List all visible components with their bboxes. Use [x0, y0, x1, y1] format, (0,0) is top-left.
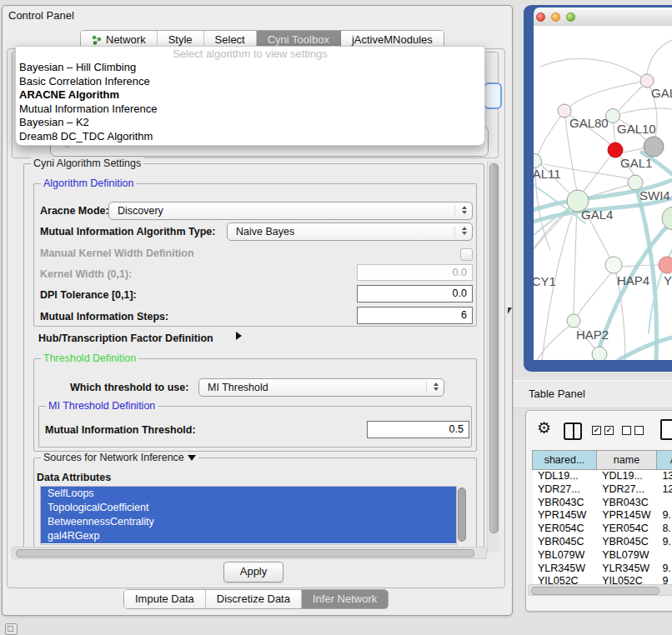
- stepper-arrows-icon: [462, 206, 467, 214]
- select-all-icon[interactable]: ✓✓: [592, 426, 614, 435]
- table-cell: [657, 549, 672, 562]
- table-cell: YPR145W: [597, 509, 657, 522]
- data-attributes-label: Data Attributes: [37, 472, 111, 483]
- node-right-node[interactable]: [662, 207, 672, 230]
- table-row[interactable]: YBL079WYBL079W: [533, 549, 672, 562]
- dropdown-item-basic-correlation-inference[interactable]: Basic Correlation Inference: [16, 75, 484, 89]
- node-label-gal10: GAL10: [617, 122, 656, 136]
- attribute-item-betweennesscentrality[interactable]: BetweennessCentrality: [41, 515, 456, 529]
- table-horizontal-scrollbar[interactable]: [528, 584, 672, 596]
- table-cell: YLR345W: [533, 562, 597, 576]
- tab-discretize-data[interactable]: Discretize Data: [206, 590, 302, 608]
- tab-label: Discretize Data: [217, 590, 290, 608]
- kernel-width-field[interactable]: 0.0: [357, 264, 473, 281]
- close-traffic-light-icon[interactable]: [536, 12, 545, 22]
- table-panel-title: Table Panel: [529, 388, 585, 400]
- table-cell: YPR145W: [533, 509, 597, 522]
- column-header-a[interactable]: A: [656, 450, 672, 470]
- aracne-mode-value: Discovery: [118, 205, 163, 217]
- manual-kernel-checkbox[interactable]: [460, 248, 473, 261]
- dropdown-item-bayesian-k2[interactable]: Bayesian – K2: [16, 116, 484, 130]
- node-label-gal1: GAL1: [620, 156, 652, 170]
- node-y-node[interactable]: [659, 257, 672, 273]
- table-row[interactable]: YDL19...YDL19...13: [533, 470, 672, 483]
- group-title: MI Threshold Definition: [46, 400, 158, 412]
- table-row[interactable]: YBR043CYBR043C: [533, 497, 672, 510]
- page-icon[interactable]: [660, 419, 672, 440]
- algorithm-dropdown-list: Select algorithm to view settings Bayesi…: [15, 46, 485, 146]
- node-hap2[interactable]: [567, 314, 580, 328]
- table-cell: YBR043C: [597, 497, 657, 510]
- settings-horizontal-scrollbar[interactable]: [12, 547, 487, 559]
- settings-vertical-scrollbar[interactable]: [487, 161, 499, 552]
- network-edge: [578, 272, 611, 315]
- apply-button[interactable]: Apply: [223, 562, 283, 582]
- network-edge: [613, 108, 672, 116]
- table-cell: YDR27...: [597, 483, 657, 497]
- mi-steps-field[interactable]: 6: [357, 307, 473, 324]
- dpi-tolerance-field[interactable]: 0.0: [357, 285, 473, 302]
- dropdown-item-dream8-dc-tdc-algorithm[interactable]: Dream8 DC_TDC Algorithm: [16, 130, 484, 144]
- group-title: Algorithm Definition: [41, 178, 136, 189]
- table-row[interactable]: YLR345WYLR345W9.: [533, 562, 672, 576]
- scrollbar-thumb[interactable]: [458, 488, 466, 542]
- minimize-traffic-light-icon[interactable]: [551, 12, 560, 22]
- tab-impute-data[interactable]: Impute Data: [124, 590, 206, 608]
- table-cell: 12: [657, 483, 672, 497]
- split-view-icon[interactable]: [564, 422, 582, 440]
- node-gray-node[interactable]: [644, 137, 664, 157]
- attribute-item-selfloops[interactable]: SelfLoops: [41, 487, 456, 501]
- tab-infer-network[interactable]: Infer Network: [302, 590, 388, 608]
- mi-threshold-field[interactable]: 0.5: [367, 421, 469, 438]
- table-cell: YBR045C: [597, 536, 657, 549]
- node-label-gal11: GAL11: [534, 167, 561, 181]
- table-row[interactable]: YER054CYER054C8.: [533, 522, 672, 536]
- table-row[interactable]: YBR045CYBR045C9.: [533, 536, 672, 549]
- table-row[interactable]: YIL052CYIL052C9: [533, 575, 672, 584]
- dropdown-item-bayesian-hill-climbing[interactable]: Bayesian – Hill Climbing: [16, 61, 484, 75]
- node-hap4[interactable]: [605, 257, 622, 273]
- node-label-y-node: Y: [664, 273, 672, 288]
- column-header-shared[interactable]: shared...: [532, 450, 597, 470]
- attributes-scrollbar[interactable]: [457, 487, 466, 542]
- mi-type-combo[interactable]: Naive Bayes: [227, 222, 473, 241]
- hub-definition-toggle[interactable]: Hub/Transcription Factor Definition: [38, 332, 213, 344]
- table-cell: [657, 497, 672, 510]
- table-cell: YBR045C: [533, 536, 597, 549]
- dpi-tolerance-label: DPI Tolerance [0,1]:: [40, 289, 137, 301]
- table-cell: YLR345W: [597, 562, 657, 576]
- scrollbar-thumb[interactable]: [489, 163, 499, 533]
- node-label-gal2: GAL: [651, 86, 672, 100]
- table-panel-header: Table Panel: [514, 380, 672, 408]
- node-gal11[interactable]: [534, 154, 542, 168]
- scrollbar-thumb[interactable]: [16, 549, 474, 558]
- table-row[interactable]: YDR27...YDR27...12: [533, 483, 672, 497]
- expand-arrow-icon[interactable]: [236, 332, 242, 340]
- network-edge: [564, 81, 647, 111]
- table-cell: YDL19...: [597, 470, 657, 483]
- network-edge: [538, 111, 564, 155]
- dropdown-item-aracne-algorithm[interactable]: ARACNE Algorithm: [16, 88, 484, 102]
- collapse-arrow-icon[interactable]: [188, 455, 196, 461]
- which-threshold-combo[interactable]: MI Threshold: [198, 378, 444, 397]
- collapsed-panel-icon[interactable]: [5, 623, 18, 635]
- focused-combo-fragment[interactable]: [484, 82, 502, 109]
- deselect-all-icon[interactable]: [622, 426, 644, 435]
- scrollbar-thumb[interactable]: [531, 587, 659, 595]
- attribute-item-topologicalcoefficient[interactable]: TopologicalCoefficient: [41, 501, 456, 515]
- sources-title: Sources for Network Inference: [43, 452, 184, 463]
- network-canvas[interactable]: GALGAL80GAL10GAL1GAL11SWI4GAL4GCY1HAP4YH…: [534, 26, 672, 360]
- column-header-name[interactable]: name: [596, 450, 657, 470]
- bottom-tabbar: Impute DataDiscretize DataInfer Network: [123, 589, 389, 609]
- node-bottom-node[interactable]: [592, 347, 607, 360]
- dropdown-item-mutual-information-inference[interactable]: Mutual Information Inference: [16, 102, 484, 117]
- aracne-mode-combo[interactable]: Discovery: [108, 202, 473, 220]
- attribute-item-gal4rgexp[interactable]: gal4RGexp: [41, 529, 456, 543]
- table-row[interactable]: YPR145WYPR145W9.: [533, 509, 672, 522]
- zoom-traffic-light-icon[interactable]: [566, 12, 575, 22]
- network-edge: [619, 338, 672, 360]
- table-cell: YIL052C: [597, 575, 657, 584]
- table-header-row: shared...nameA: [533, 450, 672, 470]
- table-cell: YDR27...: [533, 483, 597, 497]
- gear-icon[interactable]: ⚙: [537, 419, 551, 438]
